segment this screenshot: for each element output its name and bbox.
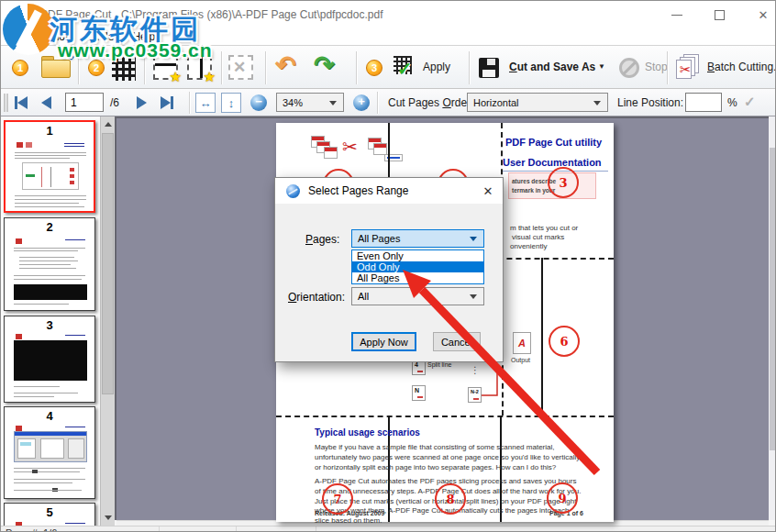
zoom-out-button[interactable]: − — [250, 94, 267, 111]
confirm-position-button[interactable]: ✓ — [744, 94, 756, 110]
menu-help[interactable]: Help — [127, 29, 161, 44]
percent-label: % — [727, 96, 737, 109]
step-1-badge: 1 — [12, 60, 28, 76]
title-bar: A-PDF Page Cut - C:\Program Files (x86)\… — [1, 1, 776, 28]
dialog-title-bar: Select Pages Range ✕ — [275, 178, 503, 204]
output-label: Output — [511, 357, 530, 363]
scrollbar-thumb[interactable] — [102, 133, 114, 394]
separator — [667, 51, 668, 84]
save-dropdown-icon[interactable]: ▼ — [598, 62, 605, 71]
thumbnail-page-1[interactable]: 1 — [4, 120, 95, 213]
orientation-select-value: All — [358, 291, 369, 302]
pages-dropdown-list: Even Only Odd Only All Pages — [351, 249, 484, 284]
maximize-button[interactable] — [698, 1, 740, 28]
doc-title-1: PDF Page Cut utility — [505, 137, 602, 148]
delete-line-button[interactable]: ✕ — [228, 55, 253, 80]
app-icon — [9, 8, 23, 22]
separator — [78, 51, 79, 84]
close-button[interactable]: ✕ — [742, 1, 776, 28]
thumbnail-page-5[interactable]: 5 — [4, 503, 95, 526]
dialog-globe-icon — [286, 184, 300, 198]
thumbnail-page-2[interactable]: 2 — [4, 217, 95, 311]
pdf-logo-icons: ✂ — [311, 134, 421, 163]
pages-select[interactable]: All Pages — [351, 229, 484, 248]
diagram-page-n2: N-2 — [468, 387, 482, 403]
redo-button[interactable]: ↷ — [314, 50, 335, 80]
fit-width-button[interactable]: ↔ — [195, 93, 216, 113]
cut-line-vertical[interactable] — [541, 258, 543, 416]
page-number-input[interactable] — [65, 93, 104, 112]
delete-cross-icon: ✕ — [233, 58, 246, 77]
first-page-button[interactable] — [15, 94, 28, 111]
option-all-pages[interactable]: All Pages — [352, 272, 483, 283]
callout-circle-8: 8 — [435, 483, 466, 515]
fit-height-button[interactable]: ↕ — [221, 93, 241, 113]
add-horizontal-line-button[interactable]: ★ — [153, 55, 178, 80]
add-vertical-line-button[interactable]: ★ — [187, 55, 212, 80]
thumbnail-screenshot — [14, 431, 87, 462]
next-page-button[interactable] — [137, 94, 147, 111]
doc-intro-line: visual cut marks — [512, 233, 564, 241]
chevron-down-icon — [470, 294, 477, 299]
batch-cutting-label[interactable]: Batch Cutting... — [707, 61, 776, 73]
option-even-only[interactable]: Even Only — [352, 250, 483, 261]
undo-button[interactable]: ↶ — [275, 50, 296, 80]
scrollbar-thumb[interactable] — [770, 148, 776, 450]
scroll-down-icon[interactable] — [105, 515, 112, 520]
separator — [377, 92, 378, 114]
orientation-select[interactable]: All — [351, 287, 484, 305]
callout-circle-3: 3 — [548, 167, 579, 198]
maximize-icon — [715, 10, 725, 20]
option-odd-only[interactable]: Odd Only — [352, 261, 483, 272]
callout-circle-6: 6 — [549, 326, 580, 357]
step-2-badge: 2 — [88, 60, 105, 76]
scissors-icon: ✂ — [342, 136, 358, 158]
dialog-close-button[interactable]: ✕ — [473, 178, 503, 204]
thumbnail-page-4[interactable]: 4 — [4, 406, 95, 499]
check-icon: ✓ — [397, 58, 413, 80]
minimize-button[interactable] — [656, 1, 698, 28]
step-3-badge: 3 — [366, 60, 382, 76]
zoom-value: 34% — [283, 97, 303, 108]
status-bar: Page #: 1/6 — [1, 526, 776, 532]
next-page-icon — [137, 96, 147, 109]
main-vertical-scrollbar[interactable] — [769, 116, 776, 520]
previous-page-button[interactable] — [41, 94, 51, 111]
grid-cut-marks-button[interactable] — [112, 57, 136, 81]
doc-paragraph-1: Maybe if you have a sample file that con… — [315, 443, 584, 472]
last-page-icon — [161, 96, 171, 109]
orientation-label: Orientation: — [288, 291, 345, 304]
open-file-button[interactable]: ↷ — [41, 56, 71, 78]
line-position-input[interactable] — [685, 93, 722, 112]
stop-button[interactable] — [619, 58, 639, 78]
scroll-up-icon[interactable] — [105, 122, 112, 127]
apply-now-button[interactable]: Apply Now — [351, 332, 416, 351]
cut-and-save-button[interactable]: Cut and Save As — [509, 61, 595, 73]
cancel-button[interactable]: Cancel — [433, 332, 481, 351]
menu-rule[interactable]: Rule — [86, 29, 120, 44]
save-floppy-icon[interactable] — [479, 58, 499, 78]
minimize-icon — [671, 15, 682, 16]
last-page-button[interactable] — [161, 94, 173, 111]
thumbnail-scrollbar[interactable] — [100, 116, 115, 526]
dialog-title: Select Pages Range — [308, 184, 408, 197]
thumbnail-page-3[interactable]: 3 — [4, 316, 95, 403]
separator — [189, 92, 190, 114]
separator — [469, 51, 470, 84]
separator — [356, 51, 357, 84]
split-line-label: Split line — [427, 361, 451, 368]
batch-cutting-button[interactable]: ✂ — [676, 54, 702, 80]
thumbnail-diagram — [22, 162, 79, 190]
zoom-in-button[interactable]: + — [353, 94, 370, 111]
cut-pages-order-select[interactable]: Horizontal — [467, 93, 608, 112]
app-window: A-PDF Page Cut - C:\Program Files (x86)\… — [0, 0, 776, 532]
select-pages-range-dialog: Select Pages Range ✕ Pages: All Pages Ev… — [274, 177, 504, 362]
apply-button[interactable]: ✓ — [394, 56, 419, 80]
thumbnail-number: 4 — [5, 409, 94, 423]
zoom-select[interactable]: 34% — [276, 93, 344, 112]
diagram-page-n: N — [412, 385, 426, 401]
apply-label[interactable]: Apply — [423, 61, 450, 73]
menu-action[interactable]: Action — [35, 29, 76, 44]
cut-mark-horizontal[interactable] — [276, 416, 614, 417]
menu-file[interactable]: File — [3, 29, 31, 44]
